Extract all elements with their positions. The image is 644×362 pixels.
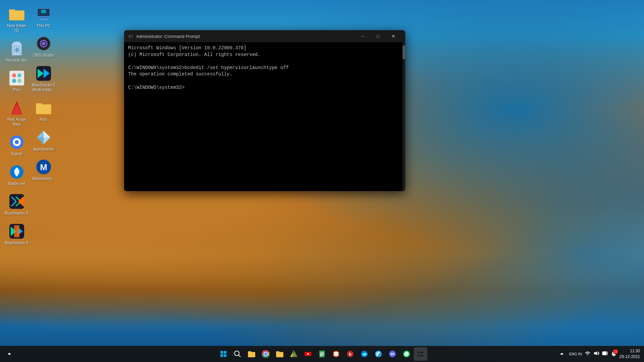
svg-marker-49	[37, 137, 44, 144]
systray-battery[interactable]	[602, 351, 608, 357]
taskbar-chrome[interactable]	[259, 347, 272, 361]
desktop-icon-appraiseres[interactable]: appraiseres	[30, 127, 57, 154]
desktop-icon-recycle-bin[interactable]: ♻ Recycle Bin	[3, 38, 30, 65]
svg-rect-5	[12, 43, 21, 44]
bluestacks5-multi-icon	[36, 65, 52, 81]
svg-rect-57	[224, 351, 226, 354]
taskbar-start-button[interactable]	[217, 347, 230, 361]
desktop-icon-label: New folder (2)	[5, 23, 29, 33]
appraiseres-icon	[36, 129, 52, 145]
taskbar-systray: ENG IN	[557, 348, 644, 360]
desktop-icon-label: Pics	[13, 87, 21, 92]
taskbar-bittorrent[interactable]: b	[343, 347, 357, 361]
taskbar-folder[interactable]	[273, 347, 286, 361]
taskbar-edge[interactable]	[358, 347, 371, 361]
signal-icon	[9, 134, 25, 150]
desktop-icons-col2: This PC OBS Studio	[30, 3, 57, 186]
svg-rect-34	[39, 19, 48, 20]
taskbar-discord[interactable]	[386, 347, 399, 361]
svg-text:C:\>: C:\>	[419, 352, 424, 356]
cmd-maximize-button[interactable]: □	[370, 30, 386, 42]
malwarebytes-icon: M	[36, 159, 52, 175]
svg-point-100	[613, 355, 614, 356]
svg-point-91	[393, 354, 394, 354]
svg-point-21	[15, 140, 19, 144]
svg-marker-55	[8, 353, 11, 355]
taskbar-notification-chevron[interactable]	[3, 347, 16, 361]
desktop-icon-red-arrow-new[interactable]: Red Arrow New	[3, 97, 30, 130]
cmd-scrollbar[interactable]	[402, 42, 405, 191]
svg-text:C:\: C:\	[129, 35, 133, 38]
desktop-icon-label: Pics	[40, 117, 48, 122]
svg-rect-99	[603, 352, 606, 355]
desktop-icon-bluestacks5-multi[interactable]: BlueStacks 5 Multi-Insta...	[30, 63, 57, 95]
desktop-icon-pics-folder[interactable]: Pics	[30, 97, 57, 125]
svg-rect-56	[220, 351, 223, 354]
svg-point-67	[264, 353, 267, 355]
svg-rect-79	[320, 354, 324, 355]
svg-text:♻: ♻	[15, 47, 19, 53]
taskbar-google-drive[interactable]	[287, 347, 301, 361]
systray-volume[interactable]	[593, 351, 599, 357]
svg-marker-18	[11, 104, 22, 114]
svg-marker-96	[594, 351, 597, 355]
taskbar-brave[interactable]	[329, 347, 343, 361]
svg-rect-12	[9, 71, 24, 85]
svg-marker-95	[560, 353, 564, 355]
systray-notifications[interactable]: 23	[611, 350, 617, 358]
obs-icon	[36, 36, 52, 52]
svg-rect-78	[320, 353, 324, 353]
desktop-icon-label: appraiseres	[33, 147, 54, 152]
svg-rect-64	[248, 352, 255, 357]
taskbar-file-explorer[interactable]	[245, 347, 258, 361]
systray-wifi[interactable]	[585, 351, 591, 357]
desktop-icon-bluestacks-x[interactable]: BlueStacks X	[3, 191, 30, 218]
taskbar-twitter[interactable]	[372, 347, 385, 361]
taskbar-google-sheets[interactable]	[315, 347, 329, 361]
svg-point-90	[391, 354, 391, 354]
systray-chevron[interactable]	[557, 349, 567, 359]
svg-rect-80	[320, 355, 323, 356]
desktop: New folder (2) ♻ Recycle Bin	[0, 0, 644, 362]
desktop-icon-this-pc[interactable]: This PC	[30, 3, 57, 31]
taskbar-whatsapp[interactable]	[400, 347, 413, 361]
svg-marker-48	[37, 131, 44, 137]
desktop-icon-pics[interactable]: Pics	[3, 67, 30, 95]
systray-language[interactable]: ENG IN	[569, 352, 582, 356]
desktop-icon-label: Recycle Bin	[6, 58, 27, 63]
svg-rect-33	[41, 17, 46, 19]
desktop-icon-new-folder[interactable]: New folder (2)	[3, 3, 30, 36]
desktop-icon-label: OBS Studio	[33, 53, 54, 58]
taskbar-terminal[interactable]: C:\>	[414, 347, 427, 361]
cmd-window-controls: − □ ✕	[355, 30, 401, 42]
cmd-output: Microsoft Windows [Version 10.0.22000.37…	[128, 45, 401, 91]
cmd-titlebar[interactable]: C:\ Administrator: Command Prompt − □ ✕	[124, 30, 405, 42]
desktop-icon-label: BlueStacks X	[5, 211, 29, 216]
desktop-icon-obs-studio[interactable]: OBS Studio	[30, 33, 57, 60]
desktop-icon-battlenet[interactable]: Battle.net	[3, 161, 30, 189]
cmd-close-button[interactable]: ✕	[386, 30, 401, 42]
desktop-icon-bluestacks5[interactable]: BlueStacks 5	[3, 221, 30, 248]
bluestacks5-icon	[9, 223, 25, 239]
battlenet-icon	[9, 164, 25, 180]
svg-marker-47	[44, 131, 50, 137]
desktop-icon-malwarebytes[interactable]: M Malwareby...	[30, 156, 57, 184]
svg-rect-59	[224, 354, 226, 357]
svg-point-16	[17, 79, 21, 83]
desktop-icon-label: Malwareby...	[32, 176, 55, 181]
systray-time: 11:30	[620, 348, 640, 354]
pics-icon	[9, 70, 25, 86]
systray-clock[interactable]: 11:30 29-12-2021	[620, 348, 640, 360]
taskbar: b	[0, 346, 644, 362]
cmd-body[interactable]: Microsoft Windows [Version 10.0.22000.37…	[124, 42, 405, 191]
svg-rect-70	[276, 352, 283, 357]
cmd-minimize-button[interactable]: −	[355, 30, 370, 42]
taskbar-youtube[interactable]	[301, 347, 315, 361]
desktop-icon-signal[interactable]: Signal	[3, 131, 30, 159]
recycle-bin-icon: ♻	[9, 41, 25, 57]
systray-date: 29-12-2021	[620, 354, 640, 360]
cmd-window-title: Administrator: Command Prompt	[136, 34, 355, 39]
svg-rect-3	[9, 11, 24, 20]
taskbar-search-button[interactable]	[231, 347, 244, 361]
svg-point-14	[17, 73, 21, 77]
